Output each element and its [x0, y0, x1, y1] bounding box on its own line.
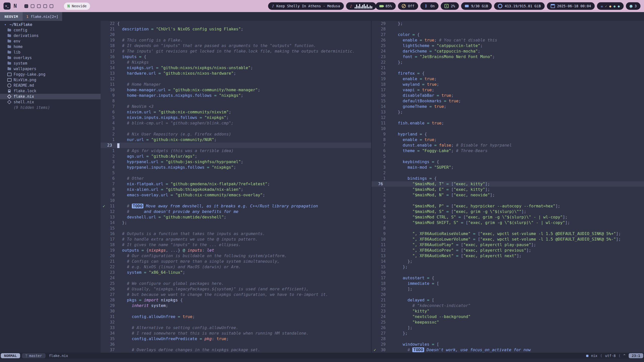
code-line[interactable]: 12 ", XF86AudioPrev" = ["exec, playerctl…: [372, 248, 644, 253]
active-app-pill[interactable]: N Neovide: [64, 3, 90, 10]
code-line[interactable]: 17 # The inputs' git revisions get locke…: [101, 49, 371, 54]
code-line[interactable]: 5 nixvim.inputs.nixpkgs.follows = "nixpk…: [101, 115, 371, 120]
code-line[interactable]: 5: [101, 170, 371, 176]
tray-pill[interactable]: ✉✓●●●: [597, 2, 623, 10]
tree-item-system[interactable]: system: [0, 61, 101, 66]
code-line[interactable]: 8: [372, 225, 644, 231]
code-line[interactable]: 1 bindings = {: [372, 176, 644, 181]
terminal-icon[interactable]: >_: [4, 3, 11, 10]
code-line[interactable]: 18 # It depends on "inputs" that are pas…: [101, 43, 371, 49]
bluetooth-pill[interactable]: ᛒOn: [420, 2, 438, 10]
code-line[interactable]: 25 lightScheme = "catppuccin-latte";: [372, 43, 644, 49]
code-line[interactable]: 13 devshell.url = "github:numtide/devshe…: [101, 214, 371, 220]
code-line[interactable]: 12 # and doesn't provide any benefits fo…: [101, 209, 371, 214]
code-line[interactable]: 11 ", XF86AudioPlay" = ["exec, playerctl…: [372, 242, 644, 248]
tree-item-derivations[interactable]: derivations: [0, 33, 101, 38]
workspace-5[interactable]: [50, 4, 53, 8]
code-line[interactable]: 22 };: [372, 60, 644, 65]
code-line[interactable]: 23 "kitty": [372, 308, 644, 314]
code-line[interactable]: 11 fish.enable = true;: [372, 120, 644, 126]
code-line[interactable]: 37 # Overlays define changes in the nixp…: [101, 347, 371, 353]
code-line[interactable]: 8 enable = true;: [372, 137, 644, 143]
code-line[interactable]: 21 description = "ChUrl's NixOS config u…: [101, 26, 371, 32]
code-line[interactable]: 13 hardware.url = "github:nixos/nixos-ha…: [101, 71, 371, 76]
code-line[interactable]: 5: [372, 154, 644, 159]
code-line[interactable]: 6 # Other: [101, 176, 371, 181]
code-line[interactable]: 3: [101, 126, 371, 131]
code-line[interactable]: 34 # I read somewhere that this is more …: [101, 331, 371, 336]
code-line[interactable]: 22 # "kdeconnect-indicator": [372, 303, 644, 308]
editor-pane-left[interactable]: 22{21 description = "ChUrl's NixOS confi…: [101, 21, 371, 353]
code-line[interactable]: 18 immediate = [: [372, 281, 644, 286]
code-line[interactable]: 16 inputs = {: [101, 54, 371, 60]
code-line[interactable]: 11 # Home Manager: [101, 82, 371, 87]
tree-item-foggy-lake-png[interactable]: Foggy-Lake.png: [0, 72, 101, 77]
code-line[interactable]: 23: [101, 143, 371, 148]
code-line[interactable]: 12: [101, 76, 371, 82]
memory-pill[interactable]: 9/30 GiB: [461, 2, 492, 10]
code-line[interactable]: 15 # Nixpkgs: [101, 60, 371, 65]
mic-pill[interactable]: Off: [398, 2, 418, 10]
code-line[interactable]: 28: [372, 26, 644, 32]
code-line[interactable]: 4 # blink-cmp.url = "github:saghen/blink…: [101, 120, 371, 126]
code-line[interactable]: 1 nur.url = "github:nix-community/NUR";: [101, 137, 371, 143]
code-line[interactable]: 9 ", XF86AudioRaiseVolume" = ["exec, wpc…: [372, 231, 644, 237]
tree-item-nixflake[interactable]: ▾~/NixFlake: [0, 22, 101, 27]
code-line[interactable]: 8 nix-alien.url = "github:thiagokokada/n…: [101, 187, 371, 192]
code-line[interactable]: 19 ];: [372, 286, 644, 292]
neovim-logo-icon[interactable]: N: [14, 4, 17, 9]
code-line[interactable]: 17 autostart = {: [372, 275, 644, 281]
code-line[interactable]: 20: [101, 32, 371, 37]
code-line[interactable]: 3 main-mod = "SUPER";: [372, 165, 644, 170]
code-line[interactable]: 19 # This config is a Flake.: [101, 37, 371, 43]
code-line[interactable]: 4 keybindings = {: [372, 159, 644, 165]
code-line[interactable]: 20 firefox = {: [372, 71, 644, 76]
code-line[interactable]: 21 delayed = [: [372, 297, 644, 303]
code-line[interactable]: 3: [372, 198, 644, 203]
code-line[interactable]: 4 hyprpanel.inputs.nixpkgs.follows = "ni…: [101, 165, 371, 170]
tree-item-overlays[interactable]: overlays: [0, 55, 101, 61]
mail-icon[interactable]: ✉: [601, 4, 603, 8]
code-line[interactable]: 3 hyprpanel.url = "github:jas-singhfsu/h…: [101, 159, 371, 165]
now-playing-pill[interactable]: ♪ Keep Shelly In Athens - Medusa: [268, 2, 344, 10]
code-line[interactable]: 5 "$mainMod, S" = ["exec, grim -g \"$(sl…: [372, 209, 644, 214]
tree-item-9-hidden-items[interactable]: (9 hidden items): [0, 105, 101, 110]
workspace-2[interactable]: [31, 4, 34, 8]
code-line[interactable]: 24 "nextcloud --background": [372, 314, 644, 320]
dot-yellow-icon[interactable]: ●: [609, 4, 611, 8]
code-line[interactable]: 26 enable = true; # You can't disable th…: [372, 37, 644, 43]
tree-item-wallpapers[interactable]: wallpapers: [0, 66, 101, 72]
code-line[interactable]: 31 config.allowUnfree = true;: [101, 314, 371, 320]
code-line[interactable]: 22 # e.g. NixOS (linux) and MacOS (darwi…: [101, 264, 371, 270]
workspace-4[interactable]: [43, 4, 47, 8]
code-line[interactable]: 7 nix-flatpak.url = "github:gmodena/nix-…: [101, 181, 371, 187]
workspace-1[interactable]: [24, 4, 28, 8]
code-line[interactable]: 28: [372, 336, 644, 342]
code-line[interactable]: 2 ags.url = "github:Aylur/ags";: [101, 154, 371, 159]
code-line[interactable]: 7 "$mainMod SHIFT, S" = ["exec, grim -g …: [372, 220, 644, 225]
code-line[interactable]: 21 # Configs can support more than a sin…: [101, 259, 371, 264]
calendar-pill[interactable]: 2025-06-18 00:04: [547, 2, 595, 10]
tree-item-config[interactable]: config: [0, 27, 101, 33]
tree-item-flake-lock[interactable]: flake.lock: [0, 88, 101, 94]
code-line[interactable]: 36: [101, 342, 371, 347]
code-line[interactable]: 2: [372, 170, 644, 176]
code-line[interactable]: 16: [372, 270, 644, 275]
code-line[interactable]: 32: [101, 320, 371, 325]
code-line[interactable]: 17 # To handle extra arguments we use th…: [101, 237, 371, 242]
battery-pill[interactable]: 85%: [376, 2, 396, 10]
code-line[interactable]: 23 system = "x86_64-linux";: [101, 270, 371, 275]
music-visualizer-pill[interactable]: ♪: [346, 2, 376, 10]
code-line[interactable]: 35 config.allowUnfreePredicate = pkg: tr…: [101, 336, 371, 342]
code-line[interactable]: 1 # Ags for widgets (this was a terrible…: [101, 148, 371, 154]
code-line[interactable]: 26 ];: [372, 325, 644, 331]
code-line[interactable]: 18 # It gives the name "inputs" to the .…: [101, 242, 371, 248]
code-line[interactable]: 21: [372, 65, 644, 71]
code-line[interactable]: 14 gnomeTheme = true;: [372, 104, 644, 109]
code-line[interactable]: 6 theme = "Foggy-Lake"; # Three-Bears: [372, 148, 644, 154]
tree-item-lib[interactable]: lib: [0, 50, 101, 55]
code-line[interactable]: 14 nixpkgs.url = "github:nixos/nixpkgs/n…: [101, 65, 371, 71]
code-line[interactable]: ✓11 # TODO Move away from devshell, as i…: [101, 203, 371, 209]
code-line[interactable]: 9 home-manager.inputs.nixpkgs.follows = …: [101, 93, 371, 98]
code-line[interactable]: 27 };: [372, 331, 644, 336]
